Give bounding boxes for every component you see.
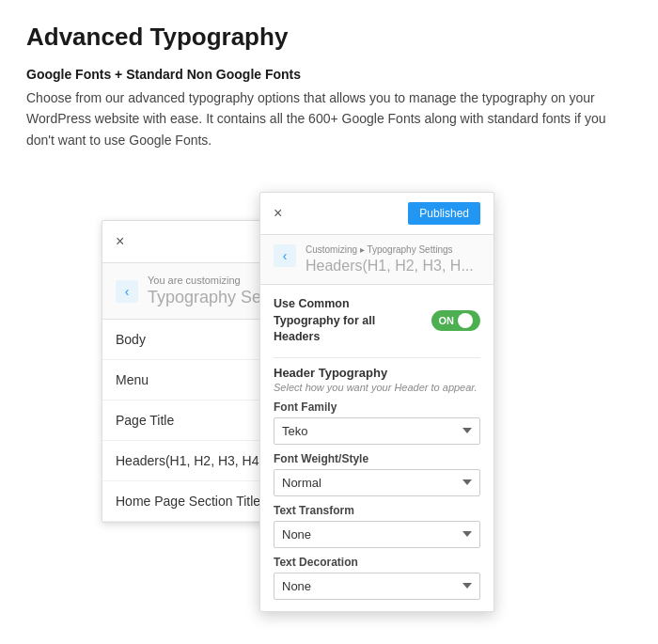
panel-front-content: Use Common Typography for all Headers ON… [260, 285, 494, 611]
panel-front-header: × Published [260, 193, 494, 235]
page-title: Advanced Typography [26, 23, 632, 52]
text-decoration-select[interactable]: None Underline Overline Line-through [274, 573, 480, 600]
description: Choose from our advanced typography opti… [26, 87, 628, 150]
header-typography-subtitle: Select how you want your Header to appea… [274, 382, 480, 393]
common-typography-label: Use Common Typography for all Headers [274, 296, 396, 346]
back-arrow-front[interactable]: ‹ [274, 244, 296, 267]
common-typography-row: Use Common Typography for all Headers ON [274, 296, 480, 346]
close-icon-back[interactable]: × [116, 234, 124, 249]
toggle-label: ON [439, 315, 455, 326]
divider-1 [274, 357, 480, 358]
toggle-circle [458, 313, 473, 328]
text-transform-label: Text Transform [274, 504, 480, 517]
font-family-select[interactable]: Teko Open Sans Roboto Lato Montserrat [274, 417, 480, 445]
text-transform-select[interactable]: None Uppercase Lowercase Capitalize [274, 521, 480, 548]
screenshots-wrapper: × Published ‹ You are customizing Typogr… [26, 173, 632, 568]
panel-front-nav: ‹ Customizing ▸ Typography Settings Head… [260, 235, 494, 285]
toggle-on[interactable]: ON [431, 310, 480, 331]
font-weight-select[interactable]: Normal Bold Italic Bold Italic [274, 469, 480, 496]
panel-front-nav-text: Customizing ▸ Typography Settings Header… [306, 244, 474, 275]
subtitle: Google Fonts + Standard Non Google Fonts [26, 67, 632, 82]
font-family-label: Font Family [274, 401, 480, 414]
close-icon-front[interactable]: × [274, 206, 282, 221]
header-typography-title: Header Typography [274, 366, 480, 380]
font-weight-label: Font Weight/Style [274, 452, 480, 465]
panel-front: × Published ‹ Customizing ▸ Typography S… [259, 192, 494, 612]
section-title-front: Headers(H1, H2, H3, H... [306, 258, 474, 275]
breadcrumb-front: Customizing ▸ Typography Settings [306, 244, 474, 255]
text-decoration-label: Text Decoration [274, 556, 480, 569]
published-button-front[interactable]: Published [408, 202, 480, 225]
back-arrow-back[interactable]: ‹ [116, 280, 138, 303]
